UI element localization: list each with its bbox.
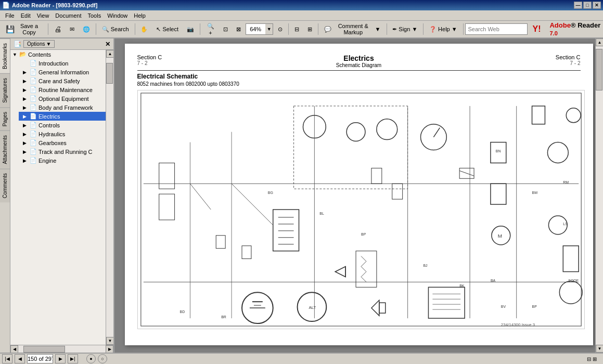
- doc-icon-intro: 📄: [30, 60, 37, 67]
- content-sub: 8052 machines from 0802000 upto 0803370: [137, 81, 581, 87]
- zoom-in-button[interactable]: 🔍+: [202, 22, 219, 36]
- stop-btn[interactable]: ○: [98, 354, 107, 363]
- separator-1: [48, 23, 48, 35]
- expand-icon-body[interactable]: ▶: [23, 105, 28, 110]
- close-window-button[interactable]: ✕: [593, 2, 601, 9]
- tree-scroll[interactable]: ▼ 📂 Contents 📄 Introduction ▶ 📄 General …: [10, 50, 106, 345]
- tab-attachments[interactable]: Attachments: [0, 131, 10, 168]
- last-page-btn[interactable]: ▶|: [68, 354, 78, 363]
- pdf-page-header: Section C 7 - 2 Electrics Schematic Diag…: [137, 54, 581, 68]
- scroll-down-btn[interactable]: ▼: [106, 337, 113, 345]
- search-web-btn2[interactable]: 🌐: [79, 22, 94, 36]
- tree-item-introduction[interactable]: 📄 Introduction: [19, 59, 106, 68]
- title-bar: 📄 Adobe Reader - [9803-9290.pdf] — □ ✕: [0, 0, 603, 10]
- page-label-right: 7 - 2: [556, 60, 581, 66]
- expand-icon-contents[interactable]: ▼: [12, 52, 18, 57]
- menu-tools[interactable]: Tools: [85, 11, 105, 20]
- doc-icon-controls: 📄: [30, 122, 37, 128]
- save-copy-button[interactable]: 💾 Save a Copy: [2, 22, 46, 36]
- tree-item-electrics[interactable]: ▶ 📄 Electrics: [19, 112, 106, 121]
- tree-item-body[interactable]: ▶ 📄 Body and Framework: [19, 103, 106, 112]
- expand-icon-routine[interactable]: ▶: [23, 87, 28, 93]
- scroll-track[interactable]: [106, 58, 113, 337]
- menu-document[interactable]: Document: [52, 11, 84, 20]
- tree-item-contents[interactable]: ▼ 📂 Contents: [10, 50, 106, 59]
- comment-markup-button[interactable]: 💬 Comment & Markup ▼: [320, 22, 384, 36]
- hand-tool-button[interactable]: ✋: [137, 22, 151, 36]
- zoom-width-button[interactable]: ⊠: [233, 22, 245, 36]
- expand-icon-engine[interactable]: ▶: [23, 158, 28, 163]
- pdf-scroll-thumb[interactable]: [596, 49, 602, 90]
- menu-file[interactable]: File: [2, 11, 18, 20]
- expand-icon-general[interactable]: ▶: [23, 70, 28, 75]
- help-button[interactable]: ❓ Help ▼: [426, 22, 461, 36]
- h-scroll-thumb[interactable]: [23, 346, 65, 353]
- menu-window[interactable]: Window: [104, 11, 131, 20]
- scroll-right-btn[interactable]: ▶: [106, 345, 113, 353]
- svg-text:BK: BK: [459, 284, 465, 288]
- page-layout-button[interactable]: ⊟: [291, 22, 303, 36]
- play-btn[interactable]: ●: [86, 354, 96, 363]
- options-button[interactable]: Options ▼: [23, 40, 55, 48]
- snapshot-button[interactable]: 📷: [183, 22, 198, 36]
- tree-item-care[interactable]: ▶ 📄 Care and Safety: [19, 76, 106, 85]
- next-page-btn[interactable]: ▶: [55, 354, 66, 363]
- search-button[interactable]: 🔍 Search: [98, 22, 133, 36]
- two-page-button[interactable]: ⊞: [304, 22, 316, 36]
- first-page-btn[interactable]: |◀: [2, 354, 12, 363]
- maximize-button[interactable]: □: [583, 2, 592, 9]
- pdf-scroll-down[interactable]: ▼: [596, 345, 603, 353]
- doc-icon-routine: 📄: [30, 86, 37, 93]
- doc-icon-engine: 📄: [30, 157, 37, 164]
- scroll-up-btn[interactable]: ▲: [106, 50, 113, 58]
- h-scroll-track[interactable]: [18, 345, 106, 353]
- expand-icon-controls[interactable]: ▶: [23, 123, 28, 128]
- tree-item-optional[interactable]: ▶ 📄 Optional Equipment: [19, 94, 106, 103]
- tab-pages[interactable]: Pages: [0, 107, 10, 131]
- print-button[interactable]: 🖨: [50, 22, 65, 36]
- tree-item-track[interactable]: ▶ 📄 Track and Running C: [19, 147, 106, 156]
- svg-text:SOOF: SOOF: [568, 279, 579, 282]
- menu-help[interactable]: Help: [131, 11, 149, 20]
- menu-view[interactable]: View: [34, 11, 53, 20]
- header-divider: [137, 70, 581, 71]
- tab-signatures[interactable]: Signatures: [0, 73, 10, 107]
- panel-header: 📑 Options ▼ ✕: [10, 38, 113, 50]
- expand-icon-track[interactable]: ▶: [23, 149, 28, 154]
- pdf-scroll-up[interactable]: ▲: [596, 38, 603, 46]
- actual-size-button[interactable]: ⊙: [274, 22, 286, 36]
- tree-item-engine[interactable]: ▶ 📄 Engine: [19, 156, 106, 165]
- tree-item-controls[interactable]: ▶ 📄 Controls: [19, 121, 106, 129]
- tree-item-gearboxes[interactable]: ▶ 📄 Gearboxes: [19, 138, 106, 147]
- expand-icon-electrics[interactable]: ▶: [23, 114, 28, 119]
- scroll-left-btn[interactable]: ◀: [10, 345, 18, 353]
- email-button[interactable]: ✉: [66, 22, 78, 36]
- tree-item-hydraulics[interactable]: ▶ 📄 Hydraulics: [19, 129, 106, 138]
- tree-item-routine[interactable]: ▶ 📄 Routine Maintenance: [19, 85, 106, 94]
- prev-page-btn[interactable]: ◀: [15, 354, 25, 363]
- tab-comments[interactable]: Comments: [0, 168, 10, 202]
- zoom-dropdown-btn[interactable]: ▼: [265, 24, 273, 34]
- doc-icon-body: 📄: [30, 104, 37, 111]
- expand-icon-gearboxes[interactable]: ▶: [23, 140, 28, 146]
- expand-icon-optional[interactable]: ▶: [23, 96, 28, 101]
- comment-icon: 💬: [324, 26, 331, 33]
- zoom-fit-button[interactable]: ⊡: [220, 22, 232, 36]
- pdf-scroll-track[interactable]: [596, 46, 603, 345]
- sign-button[interactable]: ✒ Sign ▼: [389, 22, 421, 36]
- menu-edit[interactable]: Edit: [18, 11, 34, 20]
- sign-label: Sign: [399, 26, 410, 32]
- tree-item-general[interactable]: ▶ 📄 General Information: [19, 68, 106, 76]
- expand-icon-care[interactable]: ▶: [23, 79, 28, 84]
- expand-icon-hydraulics[interactable]: ▶: [23, 132, 28, 137]
- search-web-go-button[interactable]: Y!: [529, 22, 544, 36]
- tab-bookmarks[interactable]: Bookmarks: [0, 38, 10, 73]
- separator-5: [288, 23, 289, 35]
- select-button[interactable]: ↖ Select: [152, 22, 182, 36]
- scroll-thumb[interactable]: [106, 63, 113, 84]
- close-panel-button[interactable]: ✕: [105, 41, 110, 48]
- minimize-button[interactable]: —: [574, 2, 582, 9]
- page-input[interactable]: [27, 354, 53, 363]
- search-web-input[interactable]: [465, 23, 528, 35]
- app-icon: 📄: [2, 2, 10, 9]
